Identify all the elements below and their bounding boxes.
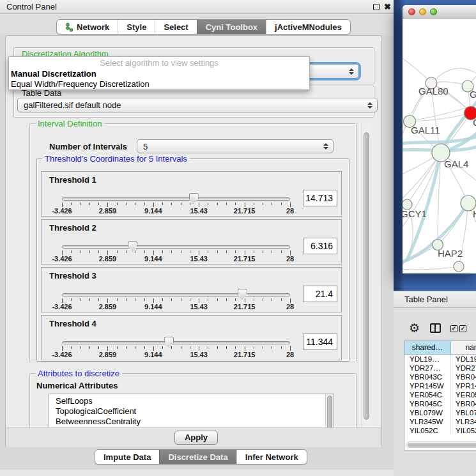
table-row[interactable]: YLR345WYLR345W	[404, 417, 476, 426]
cell-shared-name: YER054C	[404, 390, 451, 399]
slider-tick	[226, 346, 227, 349]
slider-tick	[263, 250, 263, 253]
table-row[interactable]: YER054CYER054C	[404, 390, 476, 399]
cell-name: YIL052C	[451, 426, 476, 435]
tab-discretize-data[interactable]: Discretize Data	[159, 450, 236, 464]
control-panel-window: Control Panel ✖ NetworkStyleSelectCyni T…	[0, 0, 394, 476]
tab-jactivemnodules[interactable]: jActiveMNodules	[266, 20, 350, 34]
table-row[interactable]: YDL19…YDL19…	[404, 355, 476, 364]
cell-shared-name: YBL079W	[404, 408, 451, 417]
cell-shared-name: YIL052C	[404, 426, 451, 435]
axis-tick-label: 28	[271, 207, 309, 215]
slider-tick	[144, 298, 145, 301]
threshold-slider-thumb[interactable]	[128, 241, 137, 252]
table-row[interactable]: YBR045CYBR045C	[404, 399, 476, 408]
network-graph[interactable]: GAL80GACGAL11GAL4GCY1HHAP2	[403, 19, 476, 273]
attribute-item[interactable]: TopologicalCoefficient	[49, 406, 334, 417]
tab-select[interactable]: Select	[155, 20, 196, 34]
checkbox-icon[interactable]: ✓	[459, 325, 466, 332]
threshold-value-field[interactable]: 11.344	[303, 334, 337, 350]
node-label: HAP2	[438, 248, 463, 259]
axis-tick-label: -3.426	[43, 255, 81, 263]
slider-tick	[107, 298, 108, 303]
attribute-item[interactable]: BetweennessCentrality	[49, 417, 334, 427]
bottom-filler	[0, 470, 394, 476]
slider-tick	[162, 250, 163, 253]
table-row[interactable]: YDR27…YDR27…	[404, 364, 476, 372]
table-row[interactable]: YPR145WYPR145W	[404, 381, 476, 390]
close-icon[interactable]: ✖	[384, 2, 391, 12]
float-window-icon[interactable]	[373, 4, 380, 10]
table-h-scrollbar[interactable]	[406, 441, 476, 448]
network-canvas[interactable]: GAL80GACGAL11GAL4GCY1HHAP2	[403, 19, 476, 273]
slider-tick	[208, 250, 208, 253]
slider-tick	[144, 250, 145, 253]
axis-tick-label: 21.715	[226, 303, 264, 311]
axis-tick-label: 15.43	[180, 207, 218, 215]
cell-shared-name: YDR27…	[404, 364, 451, 372]
slider-tick	[199, 298, 199, 303]
slider-tick	[281, 250, 282, 253]
split-columns-icon[interactable]	[430, 323, 441, 333]
slider-tick	[107, 250, 108, 255]
attribute-item[interactable]: SelfLoops	[49, 396, 334, 406]
threshold-value-field[interactable]: 21.4	[303, 286, 337, 302]
table-row[interactable]: YBL079WYBL079W	[404, 408, 476, 417]
table-row[interactable]: YIL052CYIL052C	[404, 426, 476, 435]
threshold-slider-track[interactable]	[62, 245, 290, 249]
axis-tick-label: 21.715	[226, 255, 264, 263]
network-edge[interactable]	[403, 266, 459, 270]
threshold-block: Threshold 3-3.4262.8599.14415.4321.71528…	[41, 267, 342, 312]
table-data-combobox[interactable]: galFiltered.sif default node	[17, 98, 378, 112]
slider-tick	[62, 250, 63, 255]
threshold-value-field[interactable]: 6.316	[303, 238, 337, 254]
control-panel-titlebar: Control Panel ✖	[0, 0, 394, 14]
threshold-slider-thumb[interactable]	[164, 337, 174, 348]
dropdown-option[interactable]: Equal Width/Frequency Discretization	[9, 79, 309, 89]
column-header-name[interactable]: name	[451, 341, 476, 354]
threshold-label: Threshold 4	[49, 319, 96, 328]
tab-network[interactable]: Network	[57, 20, 118, 34]
gear-icon[interactable]: ⚙	[409, 321, 420, 335]
threshold-slider-track[interactable]	[62, 341, 290, 344]
tab-label: Cyni Toolbox	[206, 22, 257, 32]
tab-impute-data[interactable]: Impute Data	[95, 450, 159, 464]
tab-cyni-toolbox[interactable]: Cyni Toolbox	[197, 20, 266, 34]
threshold-slider-track[interactable]	[62, 197, 290, 201]
threshold-slider-thumb[interactable]	[238, 289, 247, 300]
slider-tick	[254, 346, 254, 349]
table-panel-titlebar: Table Panel	[394, 291, 476, 308]
cyni-toolbox-panel: Discretization Algorithm Select algorith…	[5, 35, 382, 447]
node-label: H	[473, 208, 476, 219]
combo-stepper-icon	[323, 143, 328, 150]
dropdown-option[interactable]: Manual Discretization	[9, 69, 309, 79]
slider-tick	[217, 203, 218, 205]
tab-label: Network	[77, 22, 109, 32]
close-traffic-light[interactable]	[408, 8, 415, 15]
main-scrollbar[interactable]	[362, 122, 370, 427]
slider-tick	[98, 250, 99, 253]
apply-button[interactable]: Apply	[174, 431, 218, 445]
minimize-traffic-light[interactable]	[419, 8, 426, 15]
tab-infer-network[interactable]: Infer Network	[236, 450, 307, 464]
network-node[interactable]	[454, 261, 464, 272]
slider-tick	[117, 298, 118, 301]
cell-shared-name: YDL19…	[404, 355, 451, 364]
slider-tick	[245, 346, 245, 351]
table-data-combo-value: galFiltered.sif default node	[24, 100, 121, 110]
tab-style[interactable]: Style	[118, 20, 155, 34]
slider-tick	[81, 250, 81, 253]
axis-tick-label: 28	[271, 303, 309, 311]
zoom-traffic-light[interactable]	[430, 8, 437, 15]
node-label: GCY1	[403, 208, 427, 219]
checkbox-icon[interactable]: ✓	[450, 325, 457, 332]
num-intervals-combobox[interactable]: 5	[137, 139, 334, 153]
slider-tick	[135, 203, 135, 205]
table-row[interactable]: YBR043CYBR043C	[404, 372, 476, 381]
column-header-shared-name[interactable]: shared…	[404, 341, 451, 354]
slider-tick	[153, 298, 154, 303]
node-table[interactable]: shared… name YDL19…YDL19…YDR27…YDR27…YBR…	[404, 341, 476, 450]
threshold-value-field[interactable]: 14.713	[303, 190, 337, 206]
apply-strip: Apply	[6, 427, 381, 447]
threshold-slider-track[interactable]	[62, 293, 290, 296]
